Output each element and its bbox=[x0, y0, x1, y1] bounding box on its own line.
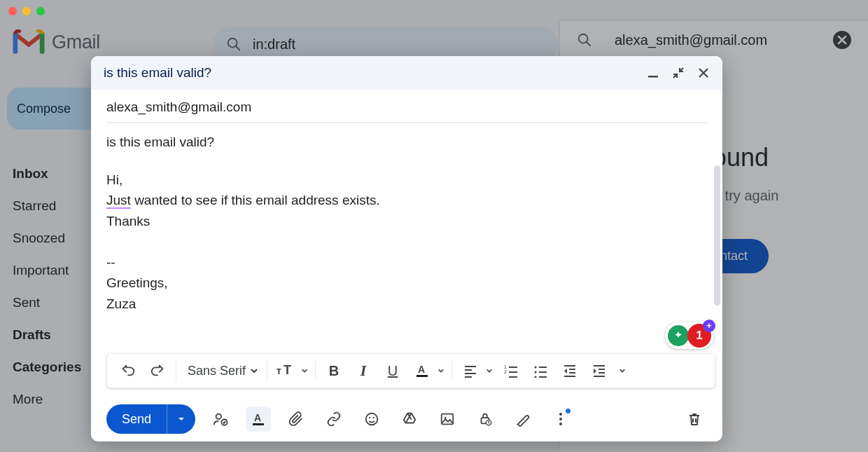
close-icon[interactable] bbox=[697, 67, 710, 79]
svg-point-25 bbox=[535, 371, 537, 374]
grammar-badge-count: 1 bbox=[696, 327, 702, 345]
svg-rect-14 bbox=[416, 375, 428, 377]
italic-button[interactable]: I bbox=[349, 357, 377, 385]
body-line: Just wanted to see if this email address… bbox=[106, 190, 707, 210]
subject-field[interactable]: is this email valid? bbox=[106, 123, 707, 163]
chevron-down-icon[interactable] bbox=[619, 367, 626, 374]
scrollbar[interactable] bbox=[714, 165, 720, 306]
body-line bbox=[106, 231, 707, 252]
to-field-value: alexa_smith@gmail.com bbox=[106, 100, 251, 114]
text-color-button[interactable]: A bbox=[408, 357, 436, 385]
svg-text:T: T bbox=[284, 364, 291, 377]
message-body[interactable]: Hi, Just wanted to see if this email add… bbox=[91, 163, 722, 353]
emoji-icon[interactable] bbox=[359, 406, 384, 432]
svg-text:A: A bbox=[418, 364, 425, 375]
writing-assist-badges: 1 + bbox=[665, 322, 714, 349]
smart-compose-icon[interactable] bbox=[668, 325, 689, 346]
body-line: -- bbox=[106, 252, 707, 273]
minimize-window-dot[interactable] bbox=[22, 7, 31, 15]
svg-point-53 bbox=[559, 423, 562, 425]
font-size-button[interactable]: тT bbox=[272, 357, 300, 385]
svg-point-38 bbox=[216, 414, 221, 419]
undo-button[interactable] bbox=[114, 357, 142, 385]
numbered-list-button[interactable]: 12 bbox=[497, 357, 525, 385]
redo-button[interactable] bbox=[144, 357, 172, 385]
link-icon[interactable] bbox=[321, 406, 346, 432]
compose-action-bar: Send A bbox=[91, 397, 722, 441]
send-button-label: Send bbox=[122, 412, 151, 427]
body-line: Thanks bbox=[106, 211, 707, 231]
window-controls bbox=[8, 7, 45, 15]
more-options-icon[interactable] bbox=[548, 406, 573, 432]
svg-rect-47 bbox=[442, 414, 454, 425]
align-button[interactable] bbox=[456, 357, 484, 385]
font-family-value: Sans Serif bbox=[188, 364, 246, 378]
svg-text:2: 2 bbox=[504, 369, 507, 374]
plus-icon: + bbox=[703, 320, 715, 332]
svg-point-24 bbox=[535, 367, 537, 369]
chevron-down-icon[interactable] bbox=[301, 367, 308, 374]
font-family-select[interactable]: Sans Serif bbox=[181, 364, 262, 378]
send-button[interactable]: Send bbox=[106, 404, 195, 434]
svg-text:A: A bbox=[254, 412, 261, 423]
send-options-button[interactable] bbox=[167, 415, 195, 423]
subject-field-value: is this email valid? bbox=[106, 135, 214, 149]
svg-point-52 bbox=[559, 418, 562, 420]
chevron-down-icon[interactable] bbox=[438, 367, 444, 374]
formatting-toolbar: Sans Serif тT B I U A 12 bbox=[106, 353, 715, 388]
compose-title: is this email valid? bbox=[104, 65, 647, 81]
image-icon[interactable] bbox=[435, 406, 460, 432]
svg-point-44 bbox=[373, 417, 374, 418]
fullscreen-window-dot[interactable] bbox=[36, 7, 45, 15]
text-format-icon[interactable]: A bbox=[246, 406, 271, 432]
body-line: Greetings, bbox=[106, 273, 707, 293]
compose-window: is this email valid? alexa_smith@gmail.c… bbox=[91, 56, 722, 441]
add-recipients-icon[interactable] bbox=[208, 406, 233, 432]
indent-less-button[interactable] bbox=[556, 357, 584, 385]
notification-dot-icon bbox=[566, 409, 570, 413]
svg-text:1: 1 bbox=[504, 364, 507, 369]
svg-point-51 bbox=[559, 413, 562, 416]
svg-point-42 bbox=[366, 413, 378, 425]
underline-button[interactable]: U bbox=[379, 357, 407, 385]
indent-more-button[interactable] bbox=[585, 357, 613, 385]
compose-header: is this email valid? bbox=[91, 56, 722, 90]
svg-point-26 bbox=[535, 376, 537, 378]
to-field[interactable]: alexa_smith@gmail.com bbox=[91, 90, 722, 122]
signature-icon[interactable] bbox=[510, 406, 536, 432]
spellcheck-underline: Just bbox=[106, 193, 131, 209]
attach-icon[interactable] bbox=[284, 406, 309, 432]
svg-rect-41 bbox=[253, 423, 264, 425]
close-window-dot[interactable] bbox=[8, 7, 17, 15]
shrink-icon[interactable] bbox=[672, 67, 685, 79]
body-line: Zuza bbox=[106, 294, 707, 314]
chevron-down-icon[interactable] bbox=[486, 367, 493, 374]
confidential-icon[interactable] bbox=[472, 406, 498, 432]
grammar-badge[interactable]: 1 + bbox=[687, 324, 711, 348]
bullet-list-button[interactable] bbox=[526, 357, 554, 385]
svg-point-43 bbox=[369, 417, 370, 418]
drive-icon[interactable] bbox=[397, 406, 422, 432]
svg-rect-6 bbox=[648, 76, 658, 78]
bold-button[interactable]: B bbox=[320, 357, 348, 385]
minimize-icon[interactable] bbox=[647, 67, 659, 79]
body-line: Hi, bbox=[106, 170, 707, 190]
discard-draft-icon[interactable] bbox=[682, 406, 707, 432]
chevron-down-icon bbox=[250, 367, 258, 375]
svg-text:т: т bbox=[276, 365, 281, 376]
